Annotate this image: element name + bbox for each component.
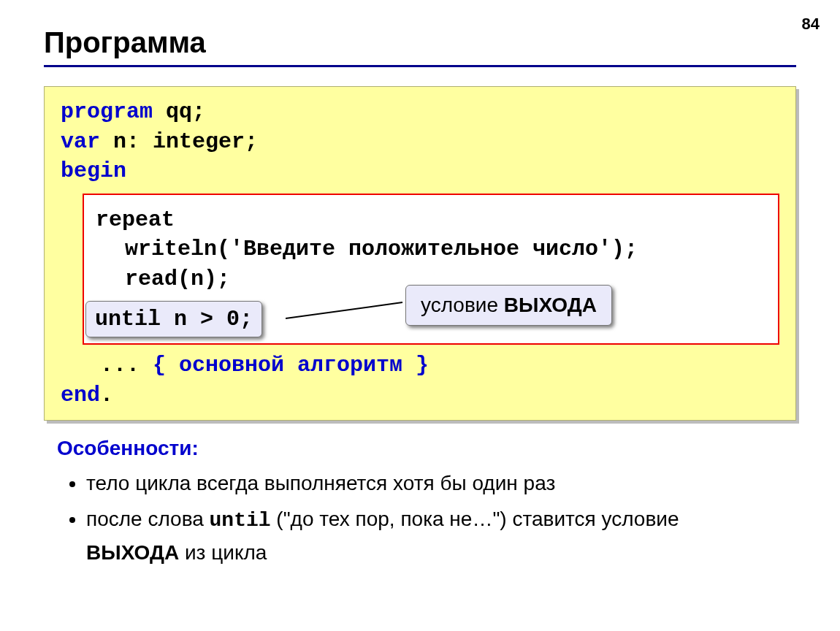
code-line-2: var n: integer; xyxy=(61,127,779,157)
keyword-begin: begin xyxy=(61,158,126,183)
writeln-line: writeln('Введите положительное число'); xyxy=(125,234,766,264)
slide-title: Программа xyxy=(44,26,796,59)
dots: ... xyxy=(100,353,153,378)
list-item: после слова until ("до тех пор, пока не…… xyxy=(86,503,773,568)
features-heading: Особенности: xyxy=(57,437,796,460)
keyword-end: end xyxy=(61,383,100,408)
text: из цикла xyxy=(179,541,267,564)
comment-line: ... { основной алгоритм } xyxy=(100,351,779,380)
code-panel: program qq; var n: integer; begin repeat… xyxy=(44,86,796,421)
features-list: тело цикла всегда выполняется хотя бы од… xyxy=(86,467,773,568)
exit-condition-callout: условие ВЫХОДА xyxy=(405,285,612,326)
callout-bold: ВЫХОДА xyxy=(504,294,597,316)
code-text: n: integer; xyxy=(100,129,258,154)
code-text: qq; xyxy=(153,99,205,124)
text: ("до тех пор, пока не…") ставится услови… xyxy=(271,508,679,530)
svg-line-0 xyxy=(286,302,402,318)
connector-line xyxy=(286,299,410,323)
repeat-line: repeat xyxy=(96,205,766,235)
code-line-3: begin xyxy=(61,156,779,186)
code-line-1: program qq; xyxy=(61,97,779,127)
bold-exit: ВЫХОДА xyxy=(86,541,179,564)
code-inline-until: until xyxy=(210,509,271,532)
end-dot: . xyxy=(100,383,113,408)
until-badge: until n > 0; xyxy=(85,301,262,338)
page-number: 84 xyxy=(802,15,820,34)
repeat-block: repeat writeln('Введите положительное чи… xyxy=(83,194,779,345)
list-item: тело цикла всегда выполняется хотя бы од… xyxy=(86,467,773,499)
title-rule xyxy=(44,65,796,67)
text: после слова xyxy=(86,508,210,530)
callout-prefix: условие xyxy=(421,294,504,316)
comment-text: { основной алгоритм } xyxy=(153,353,429,378)
code-line-end: end. xyxy=(61,380,779,410)
keyword-program: program xyxy=(61,99,153,124)
keyword-var: var xyxy=(61,129,100,154)
